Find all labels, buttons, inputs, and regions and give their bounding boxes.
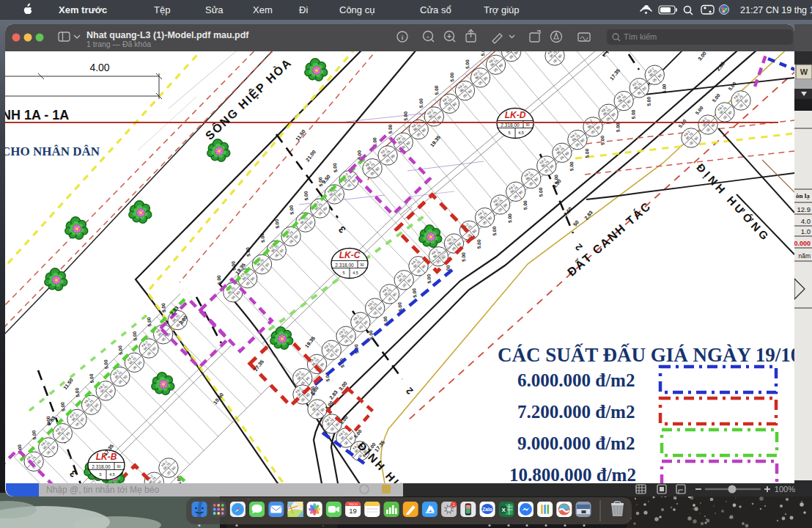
svg-text:5.00: 5.00 xyxy=(230,261,236,271)
svg-text:1.0: 1.0 xyxy=(801,227,811,235)
svg-text:90: 90 xyxy=(117,465,121,469)
svg-text:Cửa sổ: Cửa sổ xyxy=(420,4,451,15)
svg-text:2.318,00: 2.318,00 xyxy=(92,464,111,469)
svg-text:Công cụ: Công cụ xyxy=(339,4,374,15)
svg-text:LK-C: LK-C xyxy=(339,250,361,260)
svg-text:5.00: 5.00 xyxy=(426,274,432,284)
svg-text:7.200.000 đ/m2: 7.200.000 đ/m2 xyxy=(517,402,635,422)
svg-text:5.00: 5.00 xyxy=(465,59,470,69)
svg-text:90: 90 xyxy=(360,263,364,267)
svg-text:5.00: 5.00 xyxy=(89,373,95,384)
svg-text:Nhập @, tin nhắn tới Mẹ béo: Nhập @, tin nhắn tới Mẹ béo xyxy=(46,484,159,495)
svg-text:Tệp: Tệp xyxy=(154,4,170,15)
svg-text:Sửa: Sửa xyxy=(205,4,224,15)
svg-text:21:27 CN 19 thg 10: 21:27 CN 19 thg 10 xyxy=(740,5,812,15)
svg-text:5.00: 5.00 xyxy=(74,387,80,397)
svg-text:5.00: 5.00 xyxy=(507,213,512,223)
svg-text:LK-D: LK-D xyxy=(505,110,526,120)
svg-text:12.9: 12.9 xyxy=(797,205,811,213)
svg-text:5.00: 5.00 xyxy=(461,252,466,262)
svg-text:5.00: 5.00 xyxy=(661,84,666,93)
svg-text:5.00: 5.00 xyxy=(303,191,309,201)
svg-text:5.00: 5.00 xyxy=(103,359,108,370)
svg-text:5.00: 5.00 xyxy=(630,109,635,119)
svg-text:5.00: 5.00 xyxy=(117,345,123,355)
svg-text:5.00: 5.00 xyxy=(403,111,408,120)
svg-text:Nhat quang-L3 (1)-Model.pdf m: Nhat quang-L3 (1)-Model.pdf mau.pdf xyxy=(86,30,249,40)
svg-text:Zalo: Zalo xyxy=(482,507,492,512)
svg-text:5: 5 xyxy=(508,131,510,135)
svg-text:X: X xyxy=(502,507,506,513)
svg-text:4.0: 4.0 xyxy=(801,217,811,225)
svg-text:5.00: 5.00 xyxy=(146,317,152,327)
svg-text:òn lạ: òn lạ xyxy=(796,192,810,199)
svg-text:6.000.000 đ/m2: 6.000.000 đ/m2 xyxy=(517,370,635,390)
svg-text:5.00: 5.00 xyxy=(332,163,338,173)
svg-text:CHO NHÂN DÂN: CHO NHÂN DÂN xyxy=(1,144,100,158)
svg-text:5.00: 5.00 xyxy=(288,205,294,215)
svg-text:2.318,00: 2.318,00 xyxy=(335,263,354,268)
svg-text:5.00: 5.00 xyxy=(59,402,65,412)
svg-text:Tìm kiếm: Tìm kiếm xyxy=(624,32,657,41)
svg-text:5.00: 5.00 xyxy=(259,232,265,243)
svg-text:-: - xyxy=(427,32,429,40)
svg-text:100%: 100% xyxy=(775,485,795,494)
svg-text:0.000: 0.000 xyxy=(794,240,811,247)
svg-text:5.00: 5.00 xyxy=(538,187,543,197)
svg-text:5.00: 5.00 xyxy=(434,85,439,95)
svg-text:W: W xyxy=(800,67,808,76)
svg-text:Xem trước: Xem trước xyxy=(59,4,107,15)
svg-text:5.00: 5.00 xyxy=(615,122,620,132)
svg-text:5.00: 5.00 xyxy=(216,275,222,285)
svg-text:Đi: Đi xyxy=(299,4,308,15)
svg-text:5.00: 5.00 xyxy=(492,226,497,235)
svg-text:NH 1A - 1A: NH 1A - 1A xyxy=(1,108,69,122)
svg-text:10.800.000 đ/m2: 10.800.000 đ/m2 xyxy=(509,465,636,485)
svg-text:5.00: 5.00 xyxy=(418,98,424,108)
svg-text:Trợ giúp: Trợ giúp xyxy=(484,4,520,15)
svg-text:5.00: 5.00 xyxy=(476,239,481,249)
svg-text:5.00: 5.00 xyxy=(31,430,37,440)
svg-text:5.00: 5.00 xyxy=(646,97,651,106)
svg-text:Xem: Xem xyxy=(253,4,273,15)
svg-text:5.00: 5.00 xyxy=(245,246,251,257)
svg-text:4,5: 4,5 xyxy=(518,131,524,135)
svg-text:9.000.000 đ/m2: 9.000.000 đ/m2 xyxy=(517,433,635,453)
svg-text:5.00: 5.00 xyxy=(411,287,417,298)
svg-text:THG 10: THG 10 xyxy=(349,503,358,506)
svg-text:5.00: 5.00 xyxy=(449,72,454,81)
svg-text:5.00: 5.00 xyxy=(569,161,574,171)
svg-text:4.00: 4.00 xyxy=(89,62,109,73)
svg-text:90: 90 xyxy=(525,123,530,127)
svg-text:1 trang — Đã khóa: 1 trang — Đã khóa xyxy=(86,40,151,48)
svg-text:5.00: 5.00 xyxy=(274,219,280,229)
svg-text:5.00: 5.00 xyxy=(388,124,393,133)
svg-text:5.00: 5.00 xyxy=(599,136,605,145)
svg-text:1: 1 xyxy=(453,502,455,507)
svg-text:CÁC SUẤT ĐẤU GIÁ NGÀY 19/10/2: CÁC SUẤT ĐẤU GIÁ NGÀY 19/10/2 xyxy=(498,343,812,366)
svg-text:5: 5 xyxy=(342,271,344,275)
svg-text:5: 5 xyxy=(99,472,101,477)
svg-text:19: 19 xyxy=(349,507,357,515)
svg-text:5.00: 5.00 xyxy=(160,303,166,313)
svg-text:5.00: 5.00 xyxy=(131,331,137,341)
svg-text:năm: năm xyxy=(798,252,811,260)
svg-text:4,5: 4,5 xyxy=(109,472,115,477)
svg-text:+: + xyxy=(447,32,451,40)
svg-text:5.00: 5.00 xyxy=(584,148,589,158)
svg-text:5.00: 5.00 xyxy=(523,200,528,210)
svg-text:4,5: 4,5 xyxy=(353,271,358,275)
